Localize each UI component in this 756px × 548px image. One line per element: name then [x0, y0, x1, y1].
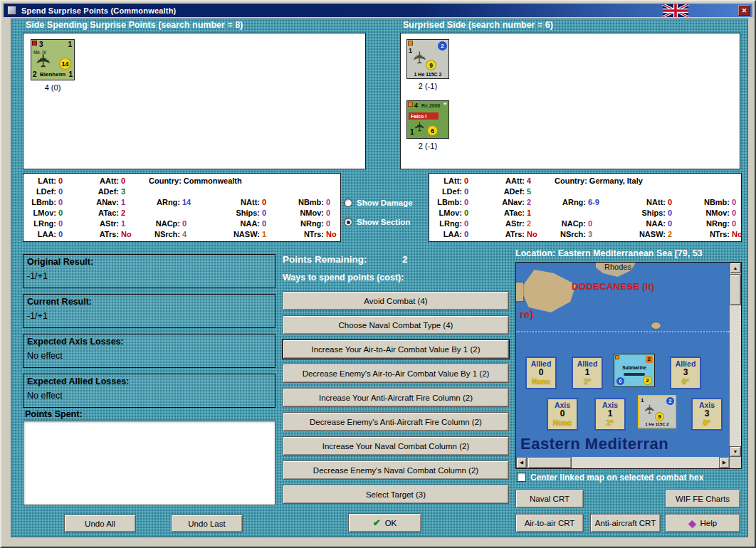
undo-last-button[interactable]: Undo Last [171, 515, 243, 532]
air-rating-badge: 9 [426, 60, 436, 70]
count-value: 0 [560, 409, 565, 418]
spend-option-9[interactable]: Select Target (3) [283, 485, 509, 504]
counter-name-label: Blenheim [40, 72, 65, 78]
ok-button[interactable]: ✔ OK [348, 513, 421, 532]
stat-nbmb: NBmb:0 [698, 197, 741, 207]
up-arrow-icon: ▲ [733, 265, 738, 270]
count-value: 1 [608, 409, 613, 418]
stat-laa: LAA:0 [431, 229, 493, 239]
stat-lrng: LRng:0 [431, 218, 493, 228]
counter-name-label: 1 He 115C 2 [639, 422, 675, 426]
sea-name-label: Eastern Mediterran [520, 435, 668, 453]
axis-box-0[interactable]: Axis 0 None [547, 398, 578, 431]
blue-badge: 2 [666, 397, 674, 405]
stat-nsrch: NSrch:3 [555, 229, 634, 239]
stat-nacp: NACp:0 [149, 218, 229, 228]
counter-top-right-value: 1 [68, 41, 72, 48]
stat-empty [149, 208, 229, 218]
counter-caption: 2 (-1) [406, 82, 449, 90]
center-map-checkbox[interactable] [517, 473, 526, 482]
stat-atac: ATac:2 [88, 208, 149, 218]
stat-empty [229, 186, 293, 196]
spend-option-7[interactable]: Increase Your Naval Combat Column (2) [283, 436, 509, 455]
title-bar: Spend Surprise Points (Commonwealth) ✕ [4, 4, 752, 17]
surprised-side-heading: Surprised Side (search number = 6) [403, 20, 553, 30]
stat-adef: ADef:3 [88, 186, 149, 196]
spend-option-3[interactable]: Increase Your Air-to-Air Combat Value By… [283, 339, 509, 359]
expected-allied-losses-label: Expected Allied Losses: [27, 376, 271, 386]
stat-aatt: AAtt:0 [88, 176, 149, 186]
nationality-square-icon [615, 355, 619, 359]
vscroll-thumb[interactable] [730, 274, 741, 305]
uk-flag-icon [662, 4, 689, 17]
radio-dot-icon [344, 199, 352, 207]
radio-label: Show Section [357, 218, 410, 226]
sub-value: None [553, 419, 572, 428]
stat-nasw: NASW:1 [229, 229, 293, 239]
scroll-right-button[interactable]: ▶ [719, 457, 730, 468]
spend-option-6[interactable]: Decrease Enemy's Anti-Aircraft Fire Colu… [283, 412, 509, 431]
stat-empty [293, 186, 340, 196]
he115c-map-counter[interactable]: 1 2 ✈ 9 1 He 115C 2 [638, 395, 676, 428]
radio-show-section[interactable]: Show Section [344, 218, 428, 226]
original-result-box: Original Result: -1/+1 [23, 254, 275, 288]
stat-atrs: ATrs:No [493, 229, 555, 239]
naval-crt-label: Naval CRT [530, 495, 569, 503]
air-rating-badge: 14 [59, 58, 71, 70]
axis-box-2[interactable]: Axis 3 0* [691, 398, 723, 431]
nationality-square-icon [32, 41, 37, 46]
air-rating-badge: 9 [655, 412, 664, 421]
anti-aircraft-crt-label: Anti-aircraft CRT [595, 519, 656, 527]
submarine-counter[interactable]: 2 Submarine 0 2 [614, 354, 655, 387]
stat-empty [555, 186, 634, 196]
stat-lmov: LMov:0 [25, 208, 88, 218]
air-to-air-crt-button[interactable]: Air-to-air CRT [515, 514, 584, 532]
allied-box-2[interactable]: Allied 3 0* [670, 357, 701, 389]
wif-fe-charts-button[interactable]: WIF FE Charts [665, 490, 740, 508]
wif-fe-charts-label: WIF FE Charts [676, 495, 730, 503]
he115c-counter[interactable]: 1 2 ✈ 9 1 He 115C 2 [406, 39, 449, 79]
spend-option-5[interactable]: Increase Your Anti-Aircraft Fire Column … [283, 388, 509, 407]
naval-crt-button[interactable]: Naval CRT [515, 490, 584, 508]
spend-option-8[interactable]: Decrease Enemy's Naval Combat Column (2) [283, 460, 509, 480]
re2000-counter[interactable]: 4 Re.2000 * Falco I ✈ 1 6 [406, 100, 449, 139]
sea-area-boundary [516, 331, 730, 332]
close-icon: ✕ [742, 7, 747, 14]
count-value: 1 [585, 368, 590, 377]
points-spent-listbox[interactable] [23, 421, 275, 505]
stat-naa: NAA:0 [229, 218, 293, 228]
map-vscrollbar[interactable]: ▲ ▼ [730, 263, 741, 457]
expected-allied-losses-box: Expected Allied Losses: No effect [23, 374, 275, 408]
expected-axis-losses-box: Expected Axis Losses: No effect [23, 334, 275, 368]
axis-box-1[interactable]: Axis 1 2* [594, 398, 626, 431]
scroll-left-button[interactable]: ◀ [516, 457, 527, 468]
stat-nsrch: NSrch:4 [149, 229, 229, 239]
close-button[interactable]: ✕ [738, 5, 750, 16]
scroll-up-button[interactable]: ▲ [730, 263, 741, 273]
stat-nacp: NACp:0 [555, 218, 634, 228]
anti-aircraft-crt-button[interactable]: Anti-aircraft CRT [590, 514, 661, 532]
stat-lbmb: LBmb:0 [431, 197, 493, 207]
expected-allied-losses-value: No effect [27, 391, 271, 401]
count-value: 3 [683, 368, 688, 377]
scroll-down-button[interactable]: ▼ [730, 446, 741, 457]
spending-side-heading: Side Spending Surprise Points (search nu… [26, 20, 243, 30]
radio-show-damage[interactable]: Show Damage [344, 199, 428, 207]
map-island [520, 270, 576, 312]
stat-empty [698, 186, 741, 196]
view-options-radio-group: Show DamageShow Section [344, 199, 428, 237]
blenheim-counter[interactable]: 3 1 Mk. IV ✈ 14 2 Blenheim 1 [31, 39, 75, 80]
spend-option-4[interactable]: Decrease Enemy's Air-to-Air Combat Value… [283, 364, 509, 383]
blue-badge: 0 [616, 377, 624, 385]
map-viewport[interactable]: Rhodes DODECANESE (It) re) Eastern Medit… [516, 263, 730, 457]
map-hscrollbar[interactable]: ◀ ▶ [516, 457, 730, 468]
stat-lrng: LRng:0 [25, 218, 88, 228]
spend-option-1[interactable]: Avoid Combat (4) [283, 291, 509, 310]
stat-adef: ADef:5 [493, 186, 555, 196]
allied-box-0[interactable]: Allied 0 None [525, 357, 557, 389]
help-button[interactable]: ◆ Help [665, 514, 740, 532]
spend-option-2[interactable]: Choose Naval Combat Type (4) [283, 315, 509, 334]
undo-all-button[interactable]: Undo All [64, 515, 136, 532]
hscroll-thumb[interactable] [527, 457, 572, 468]
allied-box-1[interactable]: Allied 1 2* [572, 357, 603, 389]
